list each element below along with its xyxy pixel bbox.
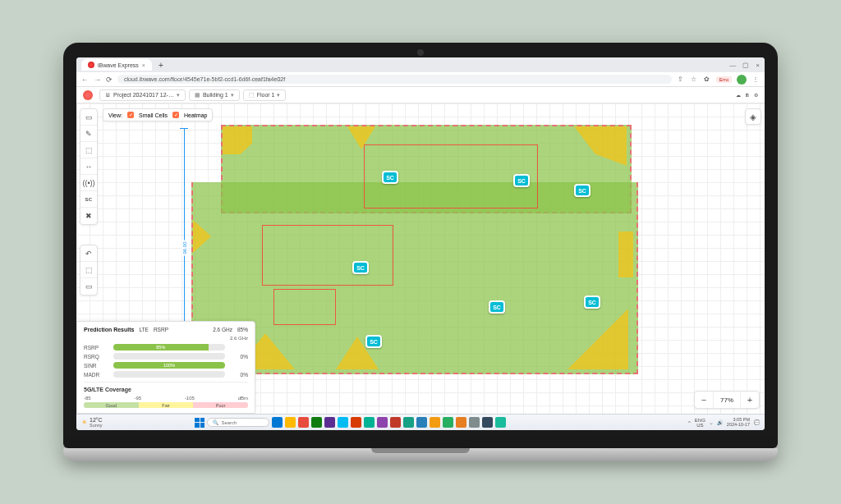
prediction-tech[interactable]: LTE xyxy=(139,327,148,332)
taskbar-app-icon[interactable] xyxy=(338,417,348,428)
profile-avatar[interactable] xyxy=(737,75,747,85)
crop-tool[interactable]: ⬚ xyxy=(80,262,97,278)
canvas[interactable]: View: ✓ Small Cells ✓ Heatmap ▭ ✎ ⬚ ↔ ((… xyxy=(76,103,765,414)
error-badge[interactable]: Erro xyxy=(716,76,732,83)
small-cell-node[interactable]: SC xyxy=(584,296,600,309)
layers-button[interactable]: ◈ xyxy=(745,108,761,125)
menu-icon[interactable]: ⋮ xyxy=(751,76,760,84)
tray-chevron-icon[interactable]: ^ xyxy=(688,420,691,425)
zone-outline[interactable] xyxy=(262,225,393,286)
taskbar-app-icon[interactable] xyxy=(377,417,388,428)
tab-close-icon[interactable]: × xyxy=(142,62,145,68)
floorplan[interactable]: SCSCSCSCSCSCSC xyxy=(191,125,638,374)
zone-outline[interactable] xyxy=(273,289,336,325)
measure-tool[interactable]: ↔ xyxy=(80,158,97,175)
taskbar-app-icon[interactable] xyxy=(390,417,401,428)
zoom-in-button[interactable]: + xyxy=(741,392,759,408)
clock[interactable]: 3:05 PM 2024-10-17 xyxy=(727,418,750,427)
taskbar-app-icon[interactable] xyxy=(430,417,440,428)
small-cell-node[interactable]: SC xyxy=(365,335,382,348)
antenna-tool[interactable]: ((•)) xyxy=(80,175,97,191)
prediction-title: Prediction Results xyxy=(84,327,134,332)
metric-value: 0% xyxy=(230,372,248,378)
layers-icon: ⬚ xyxy=(249,92,255,99)
star-icon[interactable]: ☆ xyxy=(690,76,698,84)
small-cell-node[interactable]: SC xyxy=(489,300,505,314)
heatmap-label: Heatmap xyxy=(184,112,207,118)
wrench-tool[interactable]: ✖ xyxy=(80,208,97,224)
browser-tab-active[interactable]: iBwave Express × xyxy=(81,59,152,71)
share-icon[interactable]: ⇪ xyxy=(677,76,685,84)
taskbar-app-icon[interactable] xyxy=(495,417,506,428)
taskbar-app-icon[interactable] xyxy=(469,417,480,428)
divider xyxy=(84,382,248,383)
taskbar-app-icon[interactable] xyxy=(403,417,414,428)
small-cell-tool[interactable]: SC xyxy=(80,191,97,208)
ruler-value: 96.00 xyxy=(182,240,187,255)
scale-tick: -85 xyxy=(84,396,91,401)
taskbar-app-icon[interactable] xyxy=(324,417,335,428)
breadcrumb: 🗎 Project 20241017 12-… ▾ ▦ Building 1 ▾… xyxy=(99,89,286,101)
breadcrumb-floor[interactable]: ⬚ Floor 1 ▾ xyxy=(243,89,287,101)
small-cell-node[interactable]: SC xyxy=(574,184,591,197)
back-button[interactable]: ← xyxy=(81,76,89,84)
scale-unit: dBm xyxy=(238,396,248,401)
notifications-icon[interactable]: 💬 xyxy=(754,419,760,425)
app-logo[interactable] xyxy=(83,90,93,100)
prediction-row: SINR100% xyxy=(84,362,248,369)
scale-tick: -105 xyxy=(185,396,195,401)
breadcrumb-project[interactable]: 🗎 Project 20241017 12-… ▾ xyxy=(99,89,186,101)
small-cells-checkbox[interactable]: ✓ xyxy=(127,112,134,118)
screen-bezel: iBwave Express × + — ▢ × ← → ⟳ cloud.ibw… xyxy=(63,43,778,448)
reload-button[interactable]: ⟳ xyxy=(106,76,113,84)
taskbar-app-icon[interactable] xyxy=(364,417,375,428)
wifi-icon[interactable]: ⌵ xyxy=(710,419,713,425)
breadcrumb-building[interactable]: ▦ Building 1 ▾ xyxy=(189,89,240,101)
search-icon: 🔍 xyxy=(213,419,218,425)
taskbar-app-icon[interactable] xyxy=(416,417,427,428)
undo-tool[interactable]: ↶ xyxy=(80,245,97,262)
zoom-value: 77% xyxy=(713,392,741,408)
extension-icon[interactable]: ✿ xyxy=(703,76,711,84)
taskbar-app-icon[interactable] xyxy=(456,417,466,428)
close-button[interactable]: × xyxy=(756,62,760,69)
taskbar-app-icon[interactable] xyxy=(285,417,296,428)
taskbar-app-icon[interactable] xyxy=(272,417,283,428)
prediction-metric[interactable]: RSRP xyxy=(154,327,168,332)
report-icon[interactable]: 🗎 xyxy=(745,93,750,98)
start-button[interactable] xyxy=(195,418,205,428)
url-field[interactable]: cloud.ibwave.com/floor/4545e71e-5bf2-ccd… xyxy=(117,75,672,84)
webcam xyxy=(417,49,424,56)
weather-widget[interactable]: ☀ 12°C Sunny xyxy=(81,417,103,428)
small-cell-node[interactable]: SC xyxy=(382,171,398,184)
metric-label: MADR xyxy=(84,372,108,378)
delete-tool[interactable]: ▭ xyxy=(80,278,97,295)
rectangle-tool[interactable]: ⬚ xyxy=(80,142,97,158)
new-tab-button[interactable]: + xyxy=(155,61,167,70)
prediction-freq[interactable]: 2.6 GHz xyxy=(213,327,232,332)
metric-bar: 100% xyxy=(113,362,225,369)
zoom-control: − 77% + xyxy=(694,391,760,409)
taskbar-app-icon[interactable] xyxy=(298,417,309,428)
prediction-sub-freq[interactable]: 2.6 GHz xyxy=(230,336,248,341)
maximize-button[interactable]: ▢ xyxy=(742,62,749,69)
weather-cond: Sunny xyxy=(90,423,103,428)
minimize-button[interactable]: — xyxy=(729,62,736,69)
coverage-scale: -85 -95 -105 dBm xyxy=(84,396,248,401)
draw-tool[interactable]: ✎ xyxy=(80,126,97,142)
heatmap-checkbox[interactable]: ✓ xyxy=(172,112,179,118)
taskbar-app-icon[interactable] xyxy=(311,417,322,428)
forward-button[interactable]: → xyxy=(94,76,101,84)
taskbar-app-icon[interactable] xyxy=(482,417,493,428)
taskbar-search[interactable]: 🔍 Search xyxy=(207,418,269,427)
small-cell-node[interactable]: SC xyxy=(352,261,369,274)
settings-icon[interactable]: ⚙ xyxy=(754,92,758,98)
select-tool[interactable]: ▭ xyxy=(80,109,97,126)
language-indicator[interactable]: ENG US xyxy=(695,418,705,428)
volume-icon[interactable]: 🔊 xyxy=(717,419,723,425)
small-cell-node[interactable]: SC xyxy=(513,174,530,187)
taskbar-app-icon[interactable] xyxy=(351,417,361,428)
zoom-out-button[interactable]: − xyxy=(695,392,713,408)
taskbar-app-icon[interactable] xyxy=(443,417,453,428)
cloud-icon[interactable]: ☁ xyxy=(736,92,741,98)
